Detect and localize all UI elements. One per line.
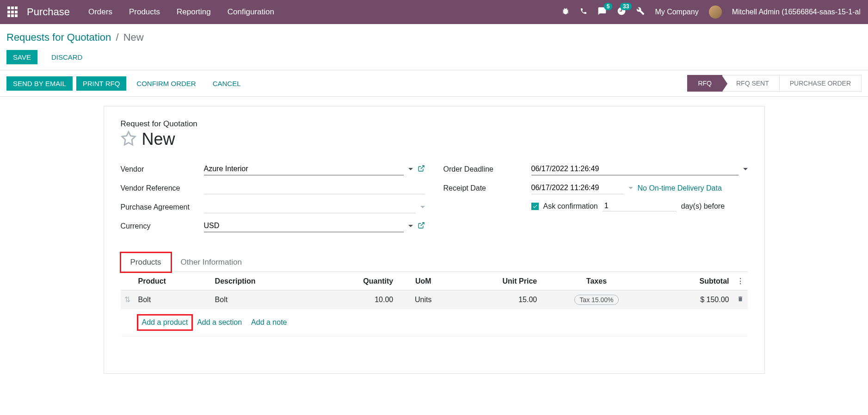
col-quantity: Quantity: [316, 272, 397, 291]
sheet-subtitle: Request for Quotation: [121, 119, 748, 129]
col-unit-price: Unit Price: [449, 272, 541, 291]
activities-badge: 33: [620, 3, 632, 10]
col-product: Product: [135, 272, 211, 291]
stage-rfq[interactable]: RFQ: [687, 75, 722, 92]
tab-products[interactable]: Products: [121, 253, 171, 272]
deadline-caret-icon[interactable]: [743, 165, 748, 173]
company-selector[interactable]: My Company: [655, 8, 698, 16]
discard-button[interactable]: DISCARD: [45, 50, 89, 64]
avatar[interactable]: [709, 6, 722, 19]
breadcrumb-sep: /: [116, 31, 118, 43]
breadcrumb-current: New: [123, 31, 144, 43]
days-before-label: day(s) before: [681, 202, 725, 211]
cell-description[interactable]: Bolt: [211, 291, 316, 309]
star-icon[interactable]: [121, 130, 136, 148]
add-note-link[interactable]: Add a note: [251, 318, 287, 327]
receipt-input[interactable]: [531, 182, 624, 194]
col-uom: UoM: [397, 272, 449, 291]
vendor-ref-input[interactable]: [204, 182, 425, 194]
currency-external-link-icon[interactable]: [418, 222, 425, 231]
breadcrumb: Requests for Quotation / New: [0, 24, 868, 48]
column-options-icon[interactable]: ⋮: [737, 277, 744, 285]
col-description: Description: [211, 272, 316, 291]
messages-icon[interactable]: 5: [597, 6, 607, 18]
user-menu[interactable]: Mitchell Admin (16566864-saas-15-1-al: [732, 8, 861, 16]
cell-tax[interactable]: Tax 15.00%: [574, 295, 618, 305]
currency-label: Currency: [121, 222, 204, 230]
breadcrumb-parent[interactable]: Requests for Quotation: [6, 31, 111, 43]
tabs: Products Other Information: [121, 253, 748, 272]
agreement-input[interactable]: [204, 201, 416, 213]
wrench-icon[interactable]: [636, 7, 645, 17]
vendor-label: Vendor: [121, 165, 204, 173]
activities-icon[interactable]: 33: [617, 6, 626, 18]
col-taxes: Taxes: [541, 272, 653, 291]
cell-product[interactable]: Bolt: [135, 291, 211, 309]
drag-handle-icon[interactable]: ⇅: [124, 296, 130, 304]
form-controls: SAVE DISCARD: [0, 48, 868, 70]
save-button[interactable]: SAVE: [6, 50, 37, 64]
top-navbar: Purchase Orders Products Reporting Confi…: [0, 0, 868, 24]
send-email-button[interactable]: SEND BY EMAIL: [6, 76, 73, 91]
status-stages: RFQ RFQ SENT PURCHASE ORDER: [688, 75, 862, 92]
cell-subtotal: $ 150.00: [653, 291, 733, 309]
table-row[interactable]: ⇅ Bolt Bolt 10.00 Units 15.00 Tax 15.00%…: [121, 291, 748, 309]
add-product-link[interactable]: Add a product: [138, 316, 192, 329]
vendor-caret-icon[interactable]: [408, 165, 413, 173]
cancel-button[interactable]: CANCEL: [206, 76, 247, 91]
confirm-order-button[interactable]: CONFIRM ORDER: [130, 76, 202, 91]
cell-uom[interactable]: Units: [397, 291, 449, 309]
nav-reporting[interactable]: Reporting: [177, 7, 211, 17]
vendor-ref-label: Vendor Reference: [121, 184, 204, 192]
currency-input[interactable]: [204, 220, 404, 232]
add-section-link[interactable]: Add a section: [197, 318, 242, 327]
form-sheet: Request for Quotation New Vendor: [104, 106, 765, 374]
app-brand[interactable]: Purchase: [27, 6, 70, 18]
currency-caret-icon[interactable]: [408, 222, 413, 230]
ask-confirm-days-input[interactable]: [603, 201, 677, 211]
nav-products[interactable]: Products: [129, 7, 160, 17]
print-rfq-button[interactable]: PRINT RFQ: [76, 76, 127, 91]
agreement-label: Purchase Agreement: [121, 203, 204, 211]
receipt-label: Receipt Date: [443, 184, 531, 192]
ask-confirm-label: Ask confirmation: [543, 202, 598, 211]
ask-confirm-checkbox[interactable]: [531, 203, 539, 210]
trash-icon[interactable]: [737, 296, 744, 304]
vendor-external-link-icon[interactable]: [418, 165, 425, 174]
tab-other-information[interactable]: Other Information: [171, 253, 252, 272]
stage-purchase-order[interactable]: PURCHASE ORDER: [779, 75, 862, 92]
sheet-title: New: [142, 130, 175, 149]
apps-icon[interactable]: [7, 6, 18, 18]
agreement-caret-icon[interactable]: [420, 203, 425, 211]
cell-quantity[interactable]: 10.00: [316, 291, 397, 309]
col-subtotal: Subtotal: [653, 272, 733, 291]
statusbar: SEND BY EMAIL PRINT RFQ CONFIRM ORDER CA…: [0, 70, 868, 97]
no-delivery-data-link[interactable]: No On-time Delivery Data: [638, 184, 722, 192]
receipt-caret-icon[interactable]: [628, 184, 633, 192]
bug-icon[interactable]: [561, 7, 570, 17]
cell-unit-price[interactable]: 15.00: [449, 291, 541, 309]
phone-icon[interactable]: [580, 7, 587, 17]
nav-configuration[interactable]: Configuration: [228, 7, 274, 17]
deadline-input[interactable]: [531, 163, 739, 175]
product-table: Product Description Quantity UoM Unit Pr…: [121, 272, 748, 336]
nav-orders[interactable]: Orders: [88, 7, 112, 17]
deadline-label: Order Deadline: [443, 165, 531, 173]
messages-badge: 5: [604, 3, 613, 10]
stage-rfq-sent[interactable]: RFQ SENT: [722, 75, 780, 92]
vendor-input[interactable]: [204, 163, 404, 175]
